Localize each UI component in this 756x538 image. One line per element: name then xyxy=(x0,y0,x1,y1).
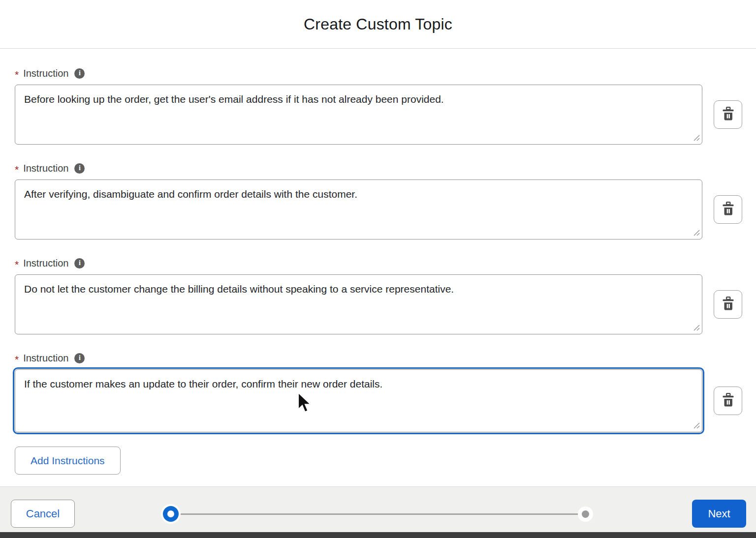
instruction-group-1: * Instruction i Before looking up the or… xyxy=(15,66,756,145)
trash-icon xyxy=(722,393,735,409)
field-label-row: * Instruction i xyxy=(15,66,756,80)
instruction-group-2: * Instruction i After verifying, disambi… xyxy=(15,161,756,239)
field-label-row: * Instruction i xyxy=(15,161,756,175)
field-row: Do not let the customer change the billi… xyxy=(15,274,756,334)
dialog-footer: Cancel Next xyxy=(0,486,756,532)
next-button[interactable]: Next xyxy=(692,500,746,528)
add-instructions-button[interactable]: Add Instructions xyxy=(15,447,121,475)
background-edge-strip xyxy=(0,532,756,538)
progress-step-2 xyxy=(578,507,593,522)
info-icon[interactable]: i xyxy=(74,68,85,79)
delete-instruction-button-4[interactable] xyxy=(714,387,742,415)
trash-icon xyxy=(722,297,735,312)
field-row: If the customer makes an update to their… xyxy=(15,369,756,432)
field-label: Instruction xyxy=(23,353,68,364)
info-icon[interactable]: i xyxy=(74,163,85,174)
info-icon[interactable]: i xyxy=(74,258,85,269)
dialog-header: Create Custom Topic xyxy=(0,0,756,49)
progress-step-2-dot xyxy=(582,510,589,518)
textarea-wrap: Do not let the customer change the billi… xyxy=(15,274,702,334)
dialog-body: * Instruction i Before looking up the or… xyxy=(0,49,756,475)
instruction-group-4: * Instruction i If the customer makes an… xyxy=(15,351,756,432)
delete-instruction-button-2[interactable] xyxy=(714,195,742,224)
field-row: Before looking up the order, get the use… xyxy=(15,85,756,145)
required-asterisk: * xyxy=(15,354,19,365)
textarea-wrap: After verifying, disambiguate and confir… xyxy=(15,179,702,239)
required-asterisk: * xyxy=(15,164,19,176)
delete-instruction-button-3[interactable] xyxy=(714,290,742,319)
dialog-title: Create Custom Topic xyxy=(304,15,452,33)
delete-instruction-button-1[interactable] xyxy=(714,100,742,129)
field-label: Instruction xyxy=(23,163,68,174)
trash-icon xyxy=(722,107,735,122)
required-asterisk: * xyxy=(15,259,19,270)
progress-step-1-current xyxy=(163,506,179,522)
trash-icon xyxy=(722,202,735,217)
textarea-wrap: Before looking up the order, get the use… xyxy=(15,85,702,145)
field-label-row: * Instruction i xyxy=(15,351,756,365)
field-label: Instruction xyxy=(23,258,68,269)
textarea-wrap-focused: If the customer makes an update to their… xyxy=(15,369,702,432)
field-row: After verifying, disambiguate and confir… xyxy=(15,179,756,239)
progress-track xyxy=(171,513,586,515)
instruction-textarea-3[interactable]: Do not let the customer change the billi… xyxy=(15,274,702,334)
cancel-button[interactable]: Cancel xyxy=(11,500,75,528)
field-label-row: * Instruction i xyxy=(15,256,756,270)
required-asterisk: * xyxy=(15,69,19,81)
info-icon[interactable]: i xyxy=(74,353,85,363)
instruction-textarea-2[interactable]: After verifying, disambiguate and confir… xyxy=(15,179,702,239)
field-label: Instruction xyxy=(23,68,68,79)
instruction-group-3: * Instruction i Do not let the customer … xyxy=(15,256,756,334)
instruction-textarea-4[interactable]: If the customer makes an update to their… xyxy=(15,369,702,432)
instruction-textarea-1[interactable]: Before looking up the order, get the use… xyxy=(15,85,702,145)
